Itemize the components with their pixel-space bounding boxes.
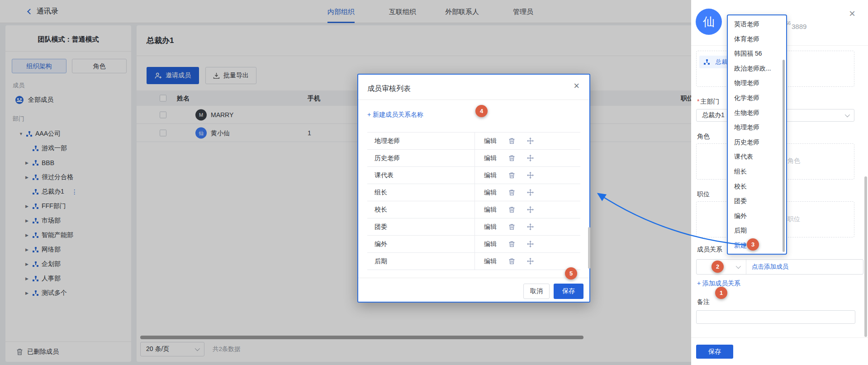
delete-icon[interactable] bbox=[508, 258, 515, 265]
member-avatar: 仙 bbox=[696, 9, 722, 35]
dropdown-option[interactable]: 编外 bbox=[728, 209, 786, 223]
delete-icon[interactable] bbox=[508, 241, 515, 247]
relation-row: 编外 编辑 bbox=[367, 236, 580, 253]
remark-input[interactable] bbox=[696, 310, 855, 324]
annotation-badge-4: 4 bbox=[475, 105, 488, 117]
modal-scrollbar[interactable] bbox=[588, 227, 590, 269]
dropdown-option[interactable]: 生物老师 bbox=[728, 105, 786, 120]
screen: 通讯录 内部组织 互联组织 外部联系人 管理员 团队模式：普通模式 组织架构 角… bbox=[0, 0, 868, 365]
save-button[interactable]: 保存 bbox=[554, 284, 583, 299]
relation-name: 历史老师 bbox=[367, 154, 474, 162]
dropdown-option[interactable]: 课代表 bbox=[728, 149, 786, 164]
cancel-button[interactable]: 取消 bbox=[523, 284, 550, 299]
role-label: 角色 bbox=[697, 133, 710, 141]
member-review-modal: 成员审核列表 × + 新建成员关系名称 地理老师 编辑 历史老师 bbox=[357, 74, 590, 303]
relation-row: 后期 编辑 bbox=[367, 253, 580, 270]
annotation-badge-5: 5 bbox=[565, 267, 577, 280]
close-icon[interactable]: × bbox=[849, 8, 855, 19]
annotation-badge-3: 3 bbox=[747, 238, 759, 251]
delete-icon[interactable] bbox=[508, 206, 515, 213]
chevron-down-icon bbox=[845, 112, 850, 117]
edit-link[interactable]: 编辑 bbox=[484, 137, 497, 145]
dropdown-option[interactable]: 校长 bbox=[728, 179, 786, 194]
relation-name: 后期 bbox=[367, 257, 474, 265]
divider bbox=[358, 278, 589, 278]
close-icon[interactable]: × bbox=[574, 81, 579, 91]
dropdown-option[interactable]: 体育老师 bbox=[728, 32, 786, 47]
move-handle-icon[interactable] bbox=[527, 258, 534, 265]
edit-link[interactable]: 编辑 bbox=[484, 240, 497, 248]
move-handle-icon[interactable] bbox=[527, 137, 534, 144]
panel-scrollbar[interactable] bbox=[864, 176, 867, 337]
dropdown-option[interactable]: 英语老师 bbox=[728, 17, 786, 32]
panel-save-button[interactable]: 保存 bbox=[696, 345, 733, 359]
dropdown-scrollbar[interactable] bbox=[783, 60, 785, 252]
relation-name: 校长 bbox=[367, 206, 474, 214]
relation-dropdown: 英语老师 体育老师 韩国福 56 政治老师政... 物理老师 化学老师 生物老师… bbox=[727, 14, 787, 255]
dropdown-option[interactable]: 团委 bbox=[728, 194, 786, 209]
dropdown-option[interactable]: 历史老师 bbox=[728, 135, 786, 150]
delete-icon[interactable] bbox=[508, 137, 515, 144]
main-dept-label: 主部门 bbox=[697, 98, 719, 106]
edit-link[interactable]: 编辑 bbox=[484, 257, 497, 265]
remark-label: 备注 bbox=[697, 298, 710, 306]
annotation-badge-1: 1 bbox=[715, 287, 727, 299]
dropdown-option[interactable]: 组长 bbox=[728, 164, 786, 179]
delete-icon[interactable] bbox=[508, 172, 515, 179]
move-handle-icon[interactable] bbox=[527, 206, 534, 213]
position-label: 职位 bbox=[697, 190, 710, 199]
delete-icon[interactable] bbox=[508, 223, 515, 230]
delete-icon[interactable] bbox=[508, 155, 515, 161]
relation-name: 团委 bbox=[367, 223, 474, 231]
relation-row: 校长 编辑 bbox=[367, 201, 580, 218]
relation-row: 历史老师 编辑 bbox=[367, 150, 580, 167]
relation-label: 成员关系 bbox=[697, 246, 722, 254]
dropdown-option[interactable]: 韩国福 56 bbox=[728, 46, 786, 61]
chevron-down-icon bbox=[736, 264, 741, 269]
edit-link[interactable]: 编辑 bbox=[484, 171, 497, 180]
phone-fragment: 3889 bbox=[792, 23, 806, 30]
divider bbox=[691, 337, 868, 338]
relation-name: 组长 bbox=[367, 189, 474, 197]
add-relation-link[interactable]: + 添加成员关系 bbox=[697, 280, 740, 288]
annotation-badge-2: 2 bbox=[711, 261, 724, 273]
edit-link[interactable]: 编辑 bbox=[484, 206, 497, 214]
divider bbox=[358, 100, 589, 100]
relation-row: 组长 编辑 bbox=[367, 184, 580, 201]
move-handle-icon[interactable] bbox=[527, 223, 534, 230]
relation-row: 地理老师 编辑 bbox=[367, 133, 580, 150]
relation-row: 团委 编辑 bbox=[367, 218, 580, 236]
new-relation-name-link[interactable]: + 新建成员关系名称 bbox=[367, 111, 423, 119]
relation-name: 地理老师 bbox=[367, 137, 474, 145]
relation-name: 编外 bbox=[367, 240, 474, 248]
dropdown-option[interactable]: 化学老师 bbox=[728, 90, 786, 105]
modal-title: 成员审核列表 bbox=[367, 84, 411, 94]
move-handle-icon[interactable] bbox=[527, 172, 534, 179]
edit-link[interactable]: 编辑 bbox=[484, 189, 497, 197]
org-icon bbox=[704, 59, 710, 65]
move-handle-icon[interactable] bbox=[527, 241, 534, 247]
relation-row: 课代表 编辑 bbox=[367, 167, 580, 184]
relation-list: 地理老师 编辑 历史老师 编辑 bbox=[367, 132, 580, 270]
delete-icon[interactable] bbox=[508, 189, 515, 196]
dropdown-option[interactable]: 物理老师 bbox=[728, 76, 786, 90]
dropdown-option[interactable]: 后期 bbox=[728, 223, 786, 238]
dropdown-option[interactable]: 地理老师 bbox=[728, 120, 786, 135]
edit-link[interactable]: 编辑 bbox=[484, 223, 497, 231]
edit-link[interactable]: 编辑 bbox=[484, 154, 497, 162]
add-member-link[interactable]: 点击添加成员 bbox=[746, 263, 788, 271]
move-handle-icon[interactable] bbox=[527, 155, 534, 161]
relation-name: 课代表 bbox=[367, 171, 474, 180]
dropdown-option[interactable]: 政治老师政... bbox=[728, 61, 786, 76]
move-handle-icon[interactable] bbox=[527, 189, 534, 196]
